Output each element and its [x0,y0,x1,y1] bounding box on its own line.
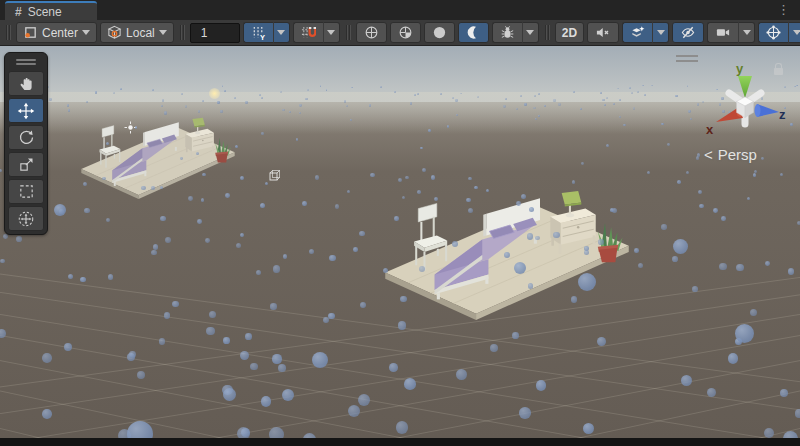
sphere-gizmo[interactable] [106,218,110,222]
sphere-gizmo[interactable] [558,103,561,106]
sphere-gizmo[interactable] [753,173,757,177]
sphere-gizmo[interactable] [201,198,205,202]
sphere-gizmo[interactable] [162,99,164,101]
probe-cube-gizmo-icon[interactable] [268,169,281,182]
window-menu-icon[interactable]: ⋮ [773,1,794,18]
sphere-gizmo[interactable] [761,157,764,160]
sphere-gizmo[interactable] [220,110,222,112]
debug-dropdown[interactable] [522,22,539,43]
sphere-gizmo[interactable] [598,239,604,245]
sphere-gizmo[interactable] [270,303,276,309]
shading-mixed-button[interactable] [390,22,421,43]
sphere-gizmo[interactable] [699,204,703,208]
sphere-gizmo[interactable] [296,138,299,141]
sphere-gizmo[interactable] [447,125,450,128]
orientation-overlay-handle[interactable] [676,55,698,62]
sphere-gizmo[interactable] [272,354,281,363]
sphere-gizmo[interactable] [634,248,639,253]
sphere-gizmo[interactable] [536,380,546,390]
sphere-gizmo[interactable] [196,152,199,155]
sphere-gizmo[interactable] [414,94,416,96]
grid-visibility-dropdown[interactable] [273,22,290,43]
sphere-gizmo[interactable] [578,273,596,291]
sphere-gizmo[interactable] [152,89,154,91]
sphere-gizmo[interactable] [692,286,698,292]
sphere-gizmo[interactable] [302,201,307,206]
sphere-gizmo[interactable] [223,388,236,401]
sphere-gizmo[interactable] [353,247,358,252]
sphere-gizmo[interactable] [452,241,458,247]
sphere-gizmo[interactable] [610,208,614,212]
sphere-gizmo[interactable] [206,327,214,335]
effects-dropdown[interactable] [652,22,669,43]
sphere-gizmo[interactable] [108,274,113,279]
sphere-gizmo[interactable] [477,96,479,98]
tool-rotate[interactable] [8,125,44,150]
sphere-gizmo[interactable] [400,296,407,303]
sphere-gizmo[interactable] [629,87,631,89]
orientation-mode-button[interactable]: Local [100,22,174,43]
sphere-gizmo[interactable] [217,101,219,103]
2d-mode-button[interactable]: 2D [555,22,584,43]
sphere-gizmo[interactable] [235,145,238,148]
sphere-gizmo[interactable] [538,93,540,95]
sphere-gizmo[interactable] [795,409,800,418]
sphere-gizmo[interactable] [205,238,210,243]
sphere-gizmo[interactable] [417,190,421,194]
sphere-gizmo[interactable] [688,110,691,113]
sphere-gizmo[interactable] [672,256,678,262]
gizmos-button[interactable] [758,22,788,43]
sphere-gizmo[interactable] [505,98,507,100]
sphere-gizmo[interactable] [42,409,51,418]
sphere-gizmo[interactable] [490,344,498,352]
sphere-gizmo[interactable] [661,224,666,229]
axis-cone-y[interactable] [738,76,752,98]
sphere-gizmo[interactable] [202,173,206,177]
sphere-gizmo[interactable] [677,180,681,184]
grid-size-input[interactable] [190,23,240,43]
sphere-gizmo[interactable] [583,423,594,434]
sphere-gizmo[interactable] [245,101,248,104]
sphere-gizmo[interactable] [571,296,577,302]
sphere-gizmo[interactable] [519,407,531,419]
tools-overlay-handle[interactable] [8,56,44,69]
sphere-gizmo[interactable] [580,108,582,110]
sphere-gizmo[interactable] [673,239,688,254]
sphere-gizmo[interactable] [315,175,320,180]
sphere-gizmo[interactable] [398,321,406,329]
sphere-gizmo[interactable] [675,95,677,97]
sphere-gizmo[interactable] [102,177,105,180]
sphere-gizmo[interactable] [49,98,51,100]
sphere-gizmo[interactable] [514,262,526,274]
sphere-gizmo[interactable] [224,90,226,92]
sphere-gizmo[interactable] [431,175,435,179]
sphere-gizmo[interactable] [84,208,90,214]
sphere-gizmo[interactable] [573,91,575,93]
sphere-gizmo[interactable] [527,233,534,240]
hidden-objects-button[interactable] [672,22,704,43]
sphere-gizmo[interactable] [240,233,244,237]
sphere-gizmo[interactable] [405,176,409,180]
sphere-gizmo[interactable] [181,93,183,95]
sphere-gizmo[interactable] [369,104,371,106]
sphere-gizmo[interactable] [533,107,535,109]
sphere-gizmo[interactable] [283,254,288,259]
audio-toggle-button[interactable] [587,22,619,43]
sphere-gizmo[interactable] [95,91,97,93]
toolbar-drag-handle[interactable] [6,25,10,40]
sphere-gizmo[interactable] [312,352,328,368]
sphere-gizmo[interactable] [141,186,146,191]
sphere-gizmo[interactable] [54,204,66,216]
sphere-gizmo[interactable] [516,201,521,206]
shading-shaded-button[interactable] [424,22,455,43]
axis-label-y[interactable]: y [736,61,743,76]
sphere-gizmo[interactable] [261,132,264,135]
axis-label-x[interactable]: x [706,122,713,137]
sphere-gizmo[interactable] [120,88,122,90]
sphere-gizmo[interactable] [269,427,284,438]
snap-dropdown[interactable] [323,22,340,43]
sphere-gizmo[interactable] [410,102,412,104]
sphere-gizmo[interactable] [329,255,335,261]
tool-move[interactable] [8,98,44,123]
sphere-gizmo[interactable] [504,252,510,258]
